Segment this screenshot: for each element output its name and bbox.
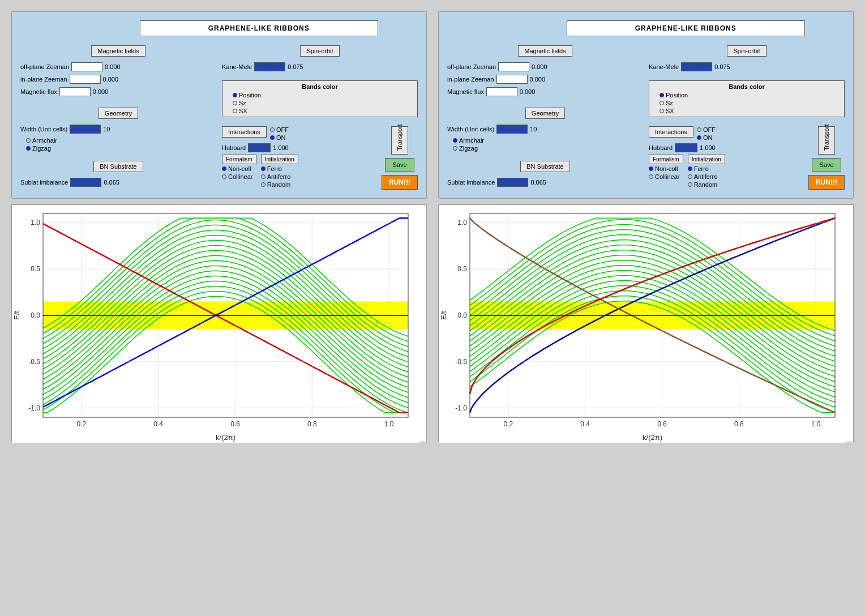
panel1-spin-orbit-btn[interactable]: Spin-orbit	[300, 45, 339, 57]
panel1-non-coll-label: Non-coll	[228, 165, 251, 172]
panel1-magnetic-fields-btn[interactable]: Magnetic fields	[91, 45, 145, 57]
panel2-position-label: Position	[666, 92, 688, 99]
panel2-kane-mele-input[interactable]	[681, 62, 712, 71]
panel2-formalism-btn[interactable]: Formalism	[649, 155, 683, 164]
panel1-antiferro-option[interactable]: Antiferro	[261, 173, 298, 180]
panel2-mag-flux-row: Magnetic flux 0.000	[447, 87, 643, 96]
panel1-sx-option[interactable]: SX	[233, 108, 413, 114]
panel2-in-plane-input[interactable]	[496, 75, 528, 84]
panel2-bn-substrate-btn[interactable]: BN Substrate	[520, 161, 569, 172]
panel1-random-circle	[261, 182, 266, 187]
panel1-armchair-option[interactable]: Armchair	[26, 137, 216, 144]
panel2-sz-option[interactable]: Sz	[660, 100, 840, 106]
panel1-on-option[interactable]: ON	[270, 134, 289, 141]
panel1-kane-mele-value: 0.075	[288, 63, 303, 70]
panel2-ferro-option[interactable]: Ferro	[688, 165, 725, 172]
panel2-collinear-option[interactable]: Collinear	[649, 173, 683, 180]
panel2-random-label: Random	[694, 181, 718, 188]
main-container: GRAPHENE-LIKE RIBBONS Magnetic fields of…	[11, 11, 854, 442]
panel1-off-option[interactable]: OFF	[270, 126, 289, 133]
panel1-width-input[interactable]	[70, 125, 101, 134]
panel1-formalism-btn[interactable]: Formalism	[222, 155, 256, 164]
panel2-antiferro-option[interactable]: Antiferro	[688, 173, 725, 180]
panel1-interactions-btn[interactable]: Interactions	[222, 126, 267, 138]
panel1-off-circle	[270, 127, 275, 132]
panel1-mag-flux-input[interactable]	[59, 87, 91, 96]
panel1-sublat-row: Sublat imbalance 0.065	[20, 178, 216, 187]
panel1-formalism-init-row: Formalism Non-coll Collinear	[222, 155, 378, 188]
panel1-init-btn[interactable]: Initialization	[261, 155, 298, 164]
panel2-on-option[interactable]: ON	[697, 134, 716, 141]
panel1-in-plane-input[interactable]	[70, 75, 101, 84]
panel2-non-coll-option[interactable]: Non-coll	[649, 165, 683, 172]
panel1-width-value: 10	[103, 126, 110, 132]
panel2-width-input[interactable]	[496, 125, 528, 134]
panel2-width-label: Width (Unit cells)	[447, 126, 494, 132]
panel1-hubbard-input[interactable]	[248, 143, 271, 152]
panel1-kane-mele-label: Kane-Mele	[222, 63, 252, 70]
panel2-mag-flux-value: 0.000	[520, 88, 536, 95]
panel1-sz-label: Sz	[239, 100, 246, 106]
panel1-geometry-btn[interactable]: Geometry	[99, 108, 138, 119]
panel2-geometry-btn[interactable]: Geometry	[525, 108, 565, 119]
panel1-kane-mele-input[interactable]	[254, 62, 285, 71]
panel2-off-plane-label: off-plane Zeeman	[447, 63, 496, 70]
panel2-on-label: ON	[703, 134, 713, 141]
panel2-magnetic-fields-btn[interactable]: Magnetic fields	[518, 45, 572, 57]
panel1-on-label: ON	[276, 134, 286, 141]
panel2-transport-btn[interactable]: Transport	[818, 126, 835, 155]
panel1-width-label: Width (Unit cells)	[20, 126, 67, 132]
panel2-interactions-btn[interactable]: Interactions	[649, 126, 693, 138]
panel1-non-coll-option[interactable]: Non-coll	[222, 165, 256, 172]
panel1-bands-color-radio: Position Sz SX	[233, 92, 413, 114]
panel1-save-btn[interactable]: Save	[385, 158, 414, 172]
panel1-random-option[interactable]: Random	[261, 181, 298, 188]
panel2-sx-option[interactable]: SX	[660, 108, 840, 114]
bottom-row	[11, 204, 854, 442]
panel2-run-btn[interactable]: RUN!!!	[808, 175, 845, 190]
panel1-sz-option[interactable]: Sz	[233, 100, 413, 106]
panel2-hubbard-input[interactable]	[675, 143, 697, 152]
panel1-in-plane-row: in-plane Zeeman 0.000	[20, 75, 216, 84]
panel2-position-circle	[660, 93, 664, 97]
chart2-container	[438, 204, 854, 442]
panel1-position-option[interactable]: Position	[233, 92, 413, 99]
panel2-save-btn[interactable]: Save	[812, 158, 841, 172]
panel1-hubbard-row: Hubbard 1.000	[222, 143, 378, 152]
panel2-off-option[interactable]: OFF	[697, 126, 716, 133]
panel2-init-btn[interactable]: Initialization	[688, 155, 725, 164]
panel2-random-option[interactable]: Random	[688, 181, 725, 188]
panel2-armchair-option[interactable]: Armchair	[453, 137, 643, 144]
panel2-sublat-input[interactable]	[497, 178, 528, 187]
panel1-mag-flux-label: Magnetic flux	[20, 88, 57, 95]
panel2-sublat-value: 0.065	[530, 179, 546, 186]
panel1-sublat-input[interactable]	[70, 178, 101, 187]
panel2-off-label: OFF	[703, 126, 716, 133]
panel2-spin-orbit-btn[interactable]: Spin-orbit	[727, 45, 766, 57]
panel2-mag-flux-input[interactable]	[486, 87, 517, 96]
panel1-ferro-option[interactable]: Ferro	[261, 165, 298, 172]
panel1-zigzag-option[interactable]: Zigzag	[26, 145, 216, 152]
panel1-position-label: Position	[239, 92, 261, 99]
panel2-hubbard-label: Hubbard	[649, 144, 673, 151]
panel2-bands-color-radio: Position Sz SX	[660, 92, 840, 114]
panel2-transport-save-run: Transport Save RUN!!!	[808, 126, 845, 190]
panel1-sublat-value: 0.065	[104, 179, 119, 186]
panel2-zigzag-option[interactable]: Zigzag	[453, 145, 643, 152]
panel1-bn-substrate-btn[interactable]: BN Substrate	[93, 161, 143, 172]
panel1-collinear-circle	[222, 174, 226, 179]
panel2-random-circle	[688, 182, 692, 187]
panel1-width-row: Width (Unit cells) 10	[20, 125, 216, 134]
panel1-run-btn[interactable]: RUN!!!	[382, 175, 418, 190]
panel1-off-plane-input[interactable]	[71, 62, 102, 71]
panel1-collinear-option[interactable]: Collinear	[222, 173, 256, 180]
panel1-position-circle	[233, 93, 237, 97]
panel2-position-option[interactable]: Position	[660, 92, 840, 99]
panel2-width-row: Width (Unit cells) 10	[447, 125, 643, 134]
chart2-canvas	[439, 205, 846, 443]
panel2-antiferro-label: Antiferro	[694, 173, 718, 180]
panel2-off-plane-input[interactable]	[498, 62, 529, 71]
chart1-container	[11, 204, 427, 442]
panel1-transport-btn[interactable]: Transport	[391, 126, 408, 155]
panel2-antiferro-circle	[688, 174, 692, 179]
